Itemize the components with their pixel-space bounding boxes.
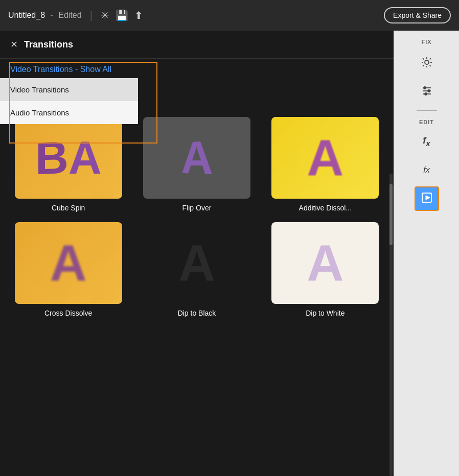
close-panel-button[interactable]: ✕ (10, 39, 18, 50)
transition-card-flip-over[interactable]: A Flip Over (139, 117, 255, 212)
adjust-icon (421, 56, 433, 71)
save-icon[interactable]: 💾 (116, 9, 128, 21)
svg-line-6 (429, 65, 430, 66)
fix-label: FIX (421, 39, 431, 45)
filter-button[interactable] (415, 80, 439, 104)
svg-point-12 (428, 90, 430, 92)
tab-dropdown: Video Transitions Audio Transitions (0, 78, 138, 124)
title-separator: - (51, 11, 53, 19)
thumb-letter-a: A (68, 132, 102, 184)
thumb-letter-a5: A (178, 234, 215, 293)
svg-point-14 (425, 93, 427, 95)
main-layout: ✕ Transitions Video Transitions - Show A… (0, 31, 459, 476)
thumb-cross: A (15, 222, 122, 304)
fx2-button[interactable]: fx (415, 158, 439, 182)
thumb-dip-white: A (271, 222, 379, 304)
vertical-scrollbar[interactable] (389, 174, 393, 476)
svg-marker-16 (426, 196, 430, 200)
scrollbar-thumb[interactable] (389, 184, 393, 245)
app-title: Untitled_8 - Edited (8, 11, 82, 20)
category-dropdown-trigger[interactable]: Video Transitions - Show All (10, 65, 111, 74)
transition-label-flip-over: Flip Over (182, 204, 212, 212)
edited-badge: Edited (58, 11, 81, 19)
transition-label-cross-dissolve: Cross Dissolve (44, 309, 92, 317)
transitions-panel: ✕ Transitions Video Transitions - Show A… (0, 31, 394, 476)
video-transitions-tab[interactable]: Video Transitions (0, 78, 138, 101)
brightness-icon[interactable]: ✳ (101, 9, 109, 21)
thumb-additive: A (271, 117, 379, 199)
upload-icon[interactable]: ⬆ (134, 9, 143, 21)
thumb-flip-over: A (143, 117, 250, 199)
edit-label: EDIT (419, 119, 434, 125)
filter-icon (421, 85, 433, 100)
sidebar-divider-1 (417, 110, 437, 111)
panel-header: ✕ Transitions (0, 31, 394, 59)
transition-card-dip-white[interactable]: A Dip to White (267, 222, 383, 317)
svg-line-5 (423, 58, 424, 59)
transition-label-additive-dissolve: Additive Dissol... (299, 204, 352, 212)
transition-label-dip-white: Dip to White (306, 309, 345, 317)
transition-label-dip-black: Dip to Black (178, 309, 216, 317)
title-text: Untitled_8 (8, 11, 45, 19)
transitions-icon (421, 192, 433, 206)
thumb-letter-b: B (35, 131, 68, 184)
fx1-button[interactable]: fx (415, 129, 439, 154)
svg-line-8 (423, 65, 424, 66)
dropdown-trigger-row: Video Transitions - Show All Video Trans… (0, 59, 394, 80)
transition-label-cube-spin: Cube Spin (52, 204, 85, 212)
thumb-cube-spin: B A (15, 117, 122, 199)
transition-card-additive-dissolve[interactable]: A Additive Dissol... (267, 117, 383, 212)
transition-card-cross-dissolve[interactable]: A Cross Dissolve (10, 222, 126, 317)
app-header: Untitled_8 - Edited | ✳ 💾 ⬆ Export & Sha… (0, 0, 459, 31)
fx1-icon: fx (423, 135, 430, 148)
svg-point-0 (425, 60, 429, 64)
thumb-letter-a4: A (50, 234, 87, 293)
fx2-icon: fx (423, 165, 430, 175)
transition-card-dip-black[interactable]: A Dip to Black (139, 222, 255, 317)
transitions-grid: B A Cube Spin A Flip Over A Additive Dis… (0, 109, 394, 325)
header-divider: | (90, 10, 93, 21)
thumb-dip-black: A (143, 222, 250, 304)
transition-card-cube-spin[interactable]: B A Cube Spin (10, 117, 126, 212)
thumb-letter-a2: A (181, 130, 214, 185)
export-share-button[interactable]: Export & Share (384, 7, 451, 23)
panel-title: Transitions (24, 39, 73, 50)
svg-line-7 (429, 58, 430, 59)
right-sidebar: FIX (394, 31, 459, 476)
transitions-button[interactable] (415, 186, 439, 211)
thumb-letter-a3: A (307, 129, 343, 187)
audio-transitions-tab[interactable]: Audio Transitions (0, 101, 138, 124)
adjust-button[interactable] (415, 51, 439, 76)
thumb-letter-a6: A (307, 234, 343, 293)
svg-point-11 (424, 87, 426, 89)
